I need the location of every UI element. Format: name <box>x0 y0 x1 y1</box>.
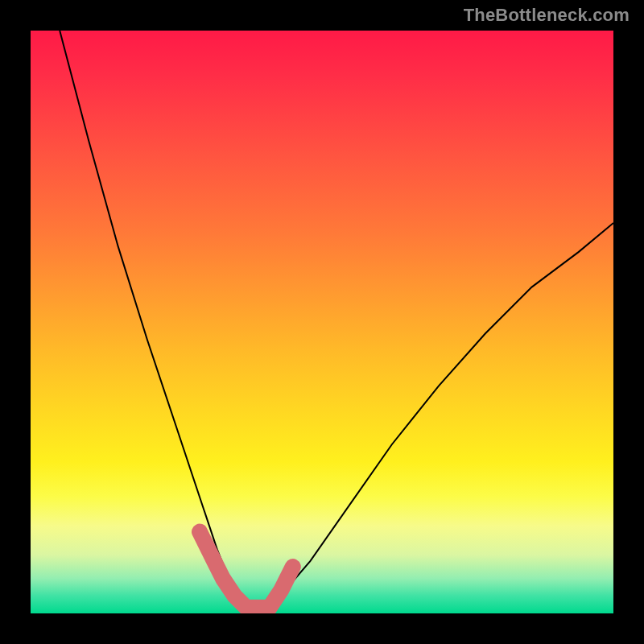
chart-frame: TheBottleneck.com <box>0 0 644 644</box>
watermark-text: TheBottleneck.com <box>464 5 630 26</box>
chart-svg <box>31 31 613 613</box>
plot-area <box>31 31 613 613</box>
curve-path <box>60 31 613 608</box>
marker-band-path <box>200 532 293 608</box>
